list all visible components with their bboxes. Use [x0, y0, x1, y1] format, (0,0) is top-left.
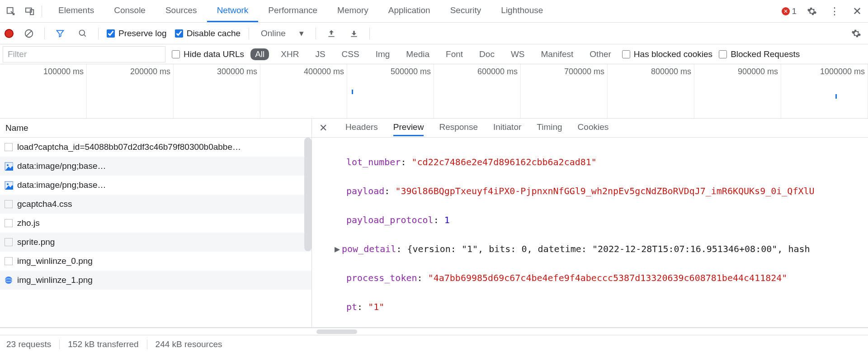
timeline-tick: 700000 ms	[521, 64, 608, 118]
request-row[interactable]: sprite.png	[0, 233, 311, 252]
error-count[interactable]: ✕ 1	[782, 6, 797, 16]
filter-type-css[interactable]: CSS	[337, 48, 364, 60]
filter-input[interactable]	[3, 46, 165, 62]
tab-sources[interactable]: Sources	[156, 0, 207, 22]
tab-security[interactable]: Security	[440, 0, 491, 22]
timeline-tick: 600000 ms	[434, 64, 521, 118]
svg-rect-7	[328, 36, 334, 37]
timeline[interactable]: 100000 ms200000 ms300000 ms400000 ms5000…	[0, 64, 868, 119]
blocked-requests-checkbox[interactable]: Blocked Requests	[719, 49, 800, 59]
filter-type-media[interactable]: Media	[401, 48, 434, 60]
filter-type-manifest[interactable]: Manifest	[537, 48, 578, 60]
tab-memory[interactable]: Memory	[327, 0, 378, 22]
disable-cache-label: Disable cache	[187, 29, 241, 38]
filter-type-xhr[interactable]: XHR	[276, 48, 303, 60]
filter-funnel-icon[interactable]	[53, 26, 67, 41]
scrollbar[interactable]	[304, 138, 311, 251]
request-row[interactable]: img_winlinze_1.png	[0, 271, 311, 290]
blocked-requests-label: Blocked Requests	[731, 49, 800, 59]
svg-point-13	[5, 277, 12, 284]
request-name: img_winlinze_0.png	[17, 256, 93, 266]
preview-pane[interactable]: lot_number: "cd22c7486e2e47d896162cbb6a2…	[312, 138, 868, 327]
file-icon	[5, 143, 13, 151]
request-name: zho.js	[17, 218, 40, 228]
timeline-tick: 300000 ms	[174, 64, 260, 118]
status-resources: 244 kB resources	[156, 339, 222, 349]
filter-type-img[interactable]: Img	[371, 48, 395, 60]
filter-type-all[interactable]: All	[250, 48, 269, 60]
upload-har-icon[interactable]	[324, 26, 339, 41]
timeline-tick: 400000 ms	[260, 64, 347, 118]
detail-tab-timing[interactable]: Timing	[537, 119, 562, 136]
status-transferred: 152 kB transferred	[68, 339, 138, 349]
image-icon	[5, 162, 13, 170]
request-name: data:image/png;base…	[17, 161, 106, 171]
device-toggle-icon[interactable]	[23, 4, 37, 19]
hide-data-urls-checkbox[interactable]: Hide data URLs	[172, 49, 244, 59]
svg-point-10	[7, 164, 9, 166]
close-devtools-icon[interactable]: ✕	[850, 4, 864, 19]
filter-type-doc[interactable]: Doc	[475, 48, 499, 60]
timeline-tick: 200000 ms	[87, 64, 174, 118]
filter-type-font[interactable]: Font	[441, 48, 467, 60]
record-button[interactable]	[5, 29, 14, 38]
request-row[interactable]: load?captcha_id=54088bb07d2df3c46b79f803…	[0, 138, 311, 157]
devtools-tabs-bar: ElementsConsoleSourcesNetworkPerformance…	[0, 0, 868, 23]
request-name: gcaptcha4.css	[17, 199, 72, 209]
request-row[interactable]: img_winlinze_0.png	[0, 252, 311, 271]
tab-performance[interactable]: Performance	[258, 0, 327, 22]
detail-tab-response[interactable]: Response	[439, 119, 478, 136]
filter-bar: Hide data URLs AllXHRJSCSSImgMediaFontDo…	[0, 44, 868, 64]
detail-tab-preview[interactable]: Preview	[393, 119, 424, 136]
disable-cache-checkbox[interactable]: Disable cache	[175, 29, 241, 38]
network-toolbar: Preserve log Disable cache Online ▾	[0, 23, 868, 44]
svg-rect-8	[351, 36, 357, 37]
clear-icon[interactable]	[22, 26, 36, 41]
network-settings-icon[interactable]	[849, 26, 863, 41]
tab-elements[interactable]: Elements	[48, 0, 104, 22]
preserve-log-label: Preserve log	[118, 29, 167, 38]
detail-tab-headers[interactable]: Headers	[345, 119, 378, 136]
horizontal-scrollbar[interactable]	[0, 328, 868, 335]
timeline-tick: 800000 ms	[608, 64, 694, 118]
tab-network[interactable]: Network	[207, 0, 259, 22]
settings-icon[interactable]	[805, 4, 819, 19]
tab-lighthouse[interactable]: Lighthouse	[491, 0, 553, 22]
svg-point-5	[80, 30, 85, 35]
filter-type-ws[interactable]: WS	[506, 48, 529, 60]
tab-console[interactable]: Console	[104, 0, 156, 22]
detail-tab-initiator[interactable]: Initiator	[493, 119, 521, 136]
has-blocked-cookies-label: Has blocked cookies	[634, 49, 712, 59]
chevron-down-icon: ▾	[299, 28, 304, 38]
name-column-header[interactable]: Name	[0, 119, 311, 138]
has-blocked-cookies-checkbox[interactable]: Has blocked cookies	[622, 49, 712, 59]
file-icon	[5, 200, 13, 208]
filter-type-js[interactable]: JS	[311, 48, 330, 60]
preserve-log-checkbox[interactable]: Preserve log	[107, 29, 167, 38]
tab-application[interactable]: Application	[378, 0, 440, 22]
request-name: img_winlinze_1.png	[17, 275, 93, 285]
more-icon[interactable]: ⋮	[827, 4, 842, 19]
request-row[interactable]: data:image/png;base…	[0, 157, 311, 176]
request-name: data:image/png;base…	[17, 180, 106, 190]
status-requests: 23 requests	[6, 339, 51, 349]
timeline-tick: 900000 ms	[694, 64, 781, 118]
detail-tab-cookies[interactable]: Cookies	[578, 119, 609, 136]
timeline-tick: 100000 ms	[0, 64, 87, 118]
request-row[interactable]: zho.js	[0, 214, 311, 233]
filter-type-other[interactable]: Other	[585, 48, 616, 60]
search-icon[interactable]	[75, 26, 90, 41]
request-name: load?captcha_id=54088bb07d2df3c46b79f803…	[17, 142, 241, 152]
request-row[interactable]: gcaptcha4.css	[0, 195, 311, 214]
request-detail-panel: ✕ HeadersPreviewResponseInitiatorTimingC…	[312, 119, 868, 327]
close-detail-icon[interactable]: ✕	[316, 122, 330, 134]
inspect-icon[interactable]	[4, 4, 18, 19]
svg-point-12	[7, 183, 9, 185]
status-bar: 23 requests 152 kB transferred 244 kB re…	[0, 335, 868, 353]
error-icon: ✕	[782, 7, 790, 15]
throttling-value: Online	[261, 29, 286, 38]
download-har-icon[interactable]	[347, 26, 361, 41]
request-list-panel: Name load?captcha_id=54088bb07d2df3c46b7…	[0, 119, 312, 327]
throttling-select[interactable]: Online ▾	[257, 27, 307, 39]
request-row[interactable]: data:image/png;base…	[0, 176, 311, 195]
